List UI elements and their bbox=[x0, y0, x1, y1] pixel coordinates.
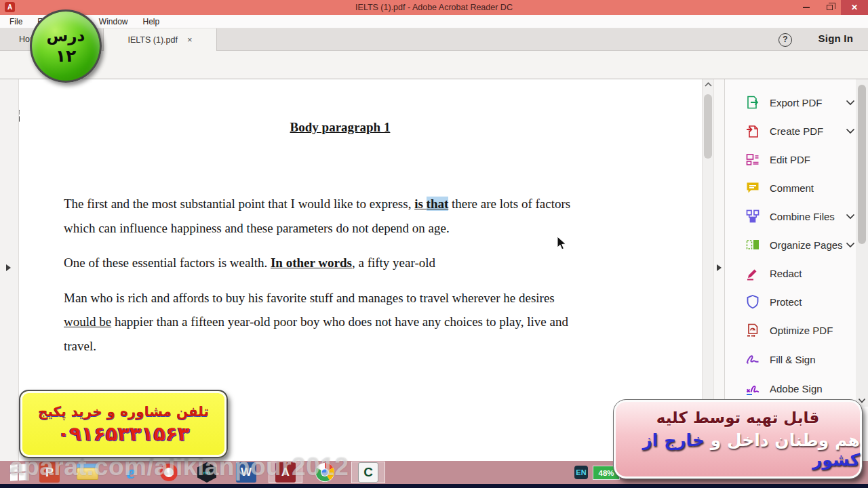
tool-comment[interactable]: Comment bbox=[725, 174, 858, 202]
collapse-tools-pane-icon[interactable] bbox=[717, 264, 722, 271]
taskbar-camtasia[interactable]: C bbox=[351, 462, 385, 483]
left-panel-strip bbox=[0, 79, 19, 461]
document-text: Body paragraph 1 The first and the most … bbox=[64, 120, 674, 358]
export-pdf-icon bbox=[745, 95, 760, 110]
tool-export-pdf[interactable]: Export PDF bbox=[725, 88, 858, 117]
tools-panel-scrollbar[interactable] bbox=[856, 79, 868, 407]
contact-phone-number: ۰۹۱۶۵۳۳۱۵۶۳ bbox=[58, 422, 190, 445]
tab-document[interactable]: IELTS (1).pdf × bbox=[103, 28, 217, 51]
close-button[interactable]: ✕ bbox=[841, 0, 868, 15]
menu-window[interactable]: Window bbox=[99, 17, 128, 26]
tool-protect[interactable]: Protect bbox=[725, 287, 858, 316]
camtasia-icon: C bbox=[358, 462, 378, 483]
create-pdf-icon bbox=[745, 123, 760, 138]
contact-box: تلفن مشاوره و خرید پکیج ۰۹۱۶۵۳۳۱۵۶۳ bbox=[19, 390, 228, 458]
help-icon[interactable]: ? bbox=[778, 33, 792, 47]
window-title: IELTS (1).pdf - Adobe Acrobat Reader DC bbox=[0, 0, 868, 15]
tool-adobe-sign[interactable]: Adobe Sign bbox=[725, 374, 858, 403]
bottom-edge-strip bbox=[0, 484, 868, 488]
tools-panel-scrollbar-thumb[interactable] bbox=[858, 85, 866, 244]
chevron-down-icon[interactable] bbox=[846, 242, 855, 248]
document-heading: Body paragraph 1 bbox=[64, 120, 616, 135]
tool-combine-files[interactable]: Combine Files bbox=[725, 202, 858, 230]
availability-line-1: قابل تهیه توسط کلیه bbox=[656, 409, 819, 426]
language-tray-icon: EN bbox=[574, 466, 588, 479]
paragraph-3: Man who is rich and affords to buy his f… bbox=[64, 286, 674, 359]
sign-in-button[interactable]: Sign In bbox=[818, 33, 853, 44]
menu-help[interactable]: Help bbox=[143, 17, 160, 26]
optimize-pdf-icon bbox=[745, 323, 760, 338]
availability-line-2: هم وطنان داخل و خارج از کشور bbox=[616, 430, 860, 470]
tool-optimize-pdf[interactable]: Optimize PDF bbox=[725, 316, 858, 344]
chevron-down-icon[interactable] bbox=[846, 214, 855, 220]
selected-text: that bbox=[427, 197, 449, 211]
main-toolbar: 128 / 163 119% Share bbox=[0, 51, 868, 79]
paragraph-1: The first and the most substantial point… bbox=[64, 192, 674, 240]
tool-organize-pages[interactable]: Organize Pages bbox=[725, 230, 858, 259]
restore-button[interactable] bbox=[818, 0, 841, 15]
comment-icon bbox=[745, 180, 760, 195]
menu-file[interactable]: File bbox=[9, 17, 22, 26]
tab-bar: Home IELTS (1).pdf × ? Sign In bbox=[0, 28, 868, 51]
tray-language-indicator[interactable]: EN bbox=[572, 462, 590, 483]
chevron-down-icon[interactable] bbox=[846, 100, 855, 106]
availability-box: قابل تهیه توسط کلیه هم وطنان داخل و خارج… bbox=[614, 400, 862, 479]
menu-bar: File Edit View Window Help bbox=[0, 15, 868, 28]
scroll-up-icon[interactable] bbox=[705, 82, 712, 87]
tab-close-icon[interactable]: × bbox=[187, 35, 193, 45]
tool-fill-sign[interactable]: Fill & Sign bbox=[725, 345, 858, 373]
expand-left-pane-icon[interactable] bbox=[6, 264, 11, 271]
lesson-badge: درس ۱۲ bbox=[30, 9, 102, 83]
tool-edit-pdf[interactable]: Edit PDF bbox=[725, 145, 858, 174]
tool-redact[interactable]: Redact bbox=[725, 259, 858, 287]
mouse-cursor bbox=[556, 236, 567, 253]
paragraph-2: One of these essential factors is wealth… bbox=[64, 251, 674, 275]
panel-scroll-down-icon[interactable] bbox=[858, 398, 866, 404]
tab-document-label: IELTS (1).pdf bbox=[127, 35, 177, 45]
combine-files-icon bbox=[745, 209, 760, 224]
fill-sign-icon bbox=[745, 352, 760, 367]
edit-pdf-icon bbox=[745, 152, 760, 167]
lesson-badge-word: درس bbox=[47, 27, 85, 45]
contact-box-title: تلفن مشاوره و خرید پکیج bbox=[38, 403, 209, 420]
minimize-button[interactable] bbox=[795, 0, 818, 15]
title-bar: A IELTS (1).pdf - Adobe Acrobat Reader D… bbox=[0, 0, 868, 15]
lesson-badge-number: ۱۲ bbox=[56, 46, 77, 66]
protect-icon bbox=[745, 294, 760, 309]
organize-pages-icon bbox=[745, 237, 760, 252]
chevron-down-icon[interactable] bbox=[846, 128, 855, 134]
scrollbar-thumb[interactable] bbox=[704, 94, 712, 159]
tool-create-pdf[interactable]: Create PDF bbox=[725, 117, 858, 145]
adobe-sign-icon bbox=[745, 381, 760, 396]
redact-icon bbox=[745, 266, 760, 281]
